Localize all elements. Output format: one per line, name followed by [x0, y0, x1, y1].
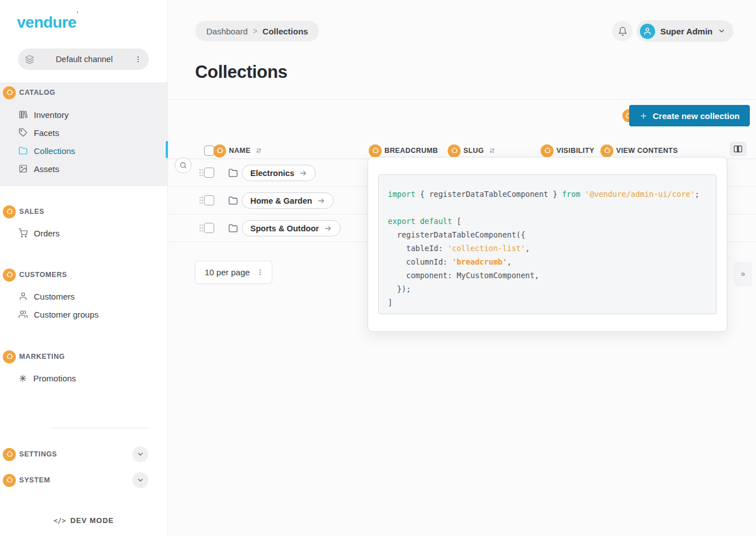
sidebar-item-customer-groups[interactable]: Customer groups [19, 306, 99, 323]
sidebar-item-promotions[interactable]: Promotions [19, 370, 76, 386]
column-header-breadcrumb[interactable]: BREADCRUMB [369, 143, 438, 159]
users-icon [19, 310, 28, 319]
kebab-menu-icon [257, 269, 264, 276]
code-block: import { registerDataTableComponent } fr… [378, 174, 717, 314]
collection-link[interactable]: Sports & Outdoor [242, 220, 341, 236]
tag-icon [19, 128, 28, 137]
column-header-name[interactable]: NAME [213, 143, 263, 159]
items-per-page-select[interactable]: 10 per page [195, 261, 272, 284]
section-header-customers[interactable]: CUSTOMERS [3, 268, 67, 282]
header-divider [168, 99, 756, 100]
row-checkbox[interactable] [204, 195, 214, 205]
page-title: Collections [195, 62, 288, 82]
code-icon: </> [54, 517, 66, 525]
row-checkbox[interactable] [204, 168, 214, 178]
section-header-settings[interactable]: SETTINGS [3, 447, 57, 461]
vendure-logo: vendureʼ [17, 14, 78, 32]
dev-mode-toggle[interactable]: </> DEV MODE [0, 516, 167, 525]
active-item-indicator [166, 141, 168, 158]
sidebar-divider [51, 428, 149, 428]
channel-label: Default channel [34, 55, 134, 64]
sidebar-item-facets[interactable]: Facets [19, 124, 59, 141]
devmode-extension-badge[interactable] [3, 448, 16, 461]
devmode-code-popover: import { registerDataTableComponent } fr… [368, 157, 727, 332]
system-expand-button[interactable] [132, 472, 148, 488]
devmode-extension-badge[interactable] [448, 144, 461, 157]
user-menu[interactable]: Super Admin [636, 20, 733, 42]
settings-expand-button[interactable] [132, 446, 148, 462]
sidebar-item-assets[interactable]: Assets [19, 160, 59, 177]
row-checkbox[interactable] [204, 223, 214, 233]
folder-icon [228, 223, 238, 233]
arrow-right-icon [324, 225, 332, 232]
notifications-button[interactable] [612, 21, 633, 41]
devmode-extension-badge[interactable] [600, 144, 613, 157]
devmode-extension-badge[interactable] [3, 474, 16, 487]
folder-icon [228, 168, 238, 178]
image-icon [19, 164, 28, 173]
select-all-checkbox[interactable] [204, 146, 214, 156]
layers-icon [25, 55, 34, 64]
search-icon [179, 161, 187, 169]
user-name: Super Admin [660, 27, 713, 36]
sort-icon[interactable] [488, 147, 496, 155]
create-new-collection-button[interactable]: Create new collection [629, 105, 750, 126]
cart-icon [19, 229, 28, 238]
breadcrumb-current: Collections [263, 27, 308, 36]
devmode-extension-badge[interactable] [3, 350, 16, 363]
sidebar-item-collections[interactable]: Collections [19, 142, 75, 159]
breadcrumb: Dashboard > Collections [195, 21, 319, 41]
plus-icon [639, 112, 648, 120]
devmode-extension-badge[interactable] [3, 205, 16, 218]
section-header-sales[interactable]: SALES [3, 205, 45, 218]
devmode-extension-badge[interactable] [3, 86, 16, 99]
column-settings-button[interactable] [730, 142, 746, 156]
sidebar: vendureʼ Default channel CATALOG [0, 0, 168, 536]
drag-handle[interactable] [199, 196, 204, 204]
drag-handle[interactable] [199, 224, 204, 232]
catalog-section: CATALOG Inventory Facets Collections [0, 82, 168, 186]
sidebar-item-customers[interactable]: Customers [19, 288, 75, 305]
code-snippet: import { registerDataTableComponent } fr… [388, 187, 707, 309]
channel-selector[interactable]: Default channel [18, 49, 149, 70]
main-content: Dashboard > Collections Super Admin Coll… [168, 0, 756, 536]
channel-menu-icon[interactable] [134, 55, 142, 63]
sort-icon[interactable] [255, 147, 263, 155]
column-header-slug[interactable]: SLUG [448, 143, 496, 159]
section-header-marketing[interactable]: MARKETING [3, 350, 65, 363]
section-header-system[interactable]: SYSTEM [3, 473, 50, 487]
table-header: NAME BREADCRUMB SLUG [168, 143, 756, 159]
next-page-button[interactable]: » [734, 262, 752, 285]
breadcrumb-separator: > [253, 27, 257, 36]
devmode-extension-badge[interactable] [541, 144, 554, 157]
bell-icon [618, 27, 627, 36]
drag-handle[interactable] [199, 169, 204, 177]
sidebar-item-orders[interactable]: Orders [19, 225, 60, 241]
devmode-extension-badge[interactable] [213, 144, 226, 157]
column-header-view-contents[interactable]: VIEW CONTENTS [600, 143, 678, 159]
breadcrumb-dashboard-link[interactable]: Dashboard [206, 27, 247, 36]
vendure-admin-app: vendureʼ Default channel CATALOG [0, 0, 756, 536]
column-header-visibility[interactable]: VISIBILITY [541, 143, 594, 159]
sidebar-item-inventory[interactable]: Inventory [19, 106, 69, 123]
folder-open-icon [19, 146, 28, 155]
arrow-right-icon [299, 169, 307, 177]
user-icon [19, 292, 28, 301]
folder-icon [228, 196, 238, 205]
devmode-extension-badge[interactable] [3, 269, 16, 282]
collection-link[interactable]: Home & Garden [242, 192, 334, 209]
arrow-right-icon [317, 197, 325, 205]
inventory-icon [19, 110, 28, 119]
chevron-down-icon [718, 27, 726, 35]
avatar [640, 24, 655, 39]
devmode-extension-badge[interactable] [369, 144, 382, 157]
section-header-catalog[interactable]: CATALOG [3, 86, 55, 99]
collection-link[interactable]: Electronics [242, 165, 316, 181]
asterisk-icon [19, 374, 27, 383]
table-search-button[interactable] [175, 157, 192, 173]
